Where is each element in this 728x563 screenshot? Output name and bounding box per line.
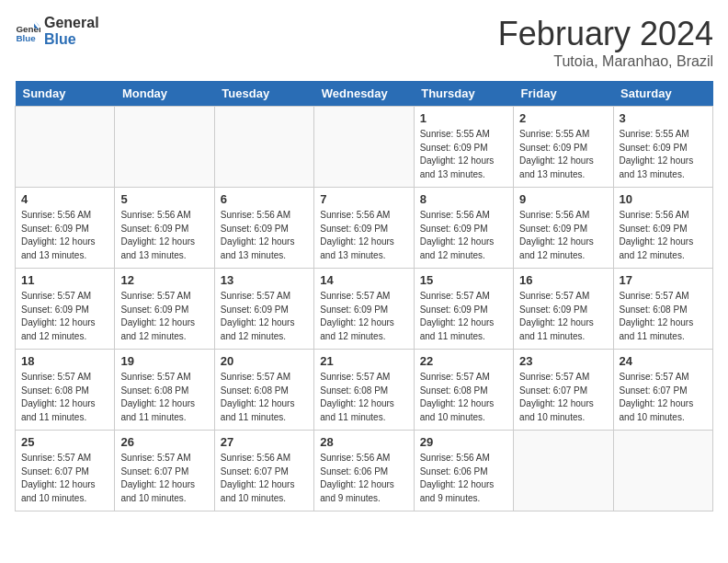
day-cell: 15Sunrise: 5:57 AM Sunset: 6:09 PM Dayli…: [414, 269, 513, 350]
day-info: Sunrise: 5:57 AM Sunset: 6:09 PM Dayligh…: [320, 290, 407, 343]
logo-blue: Blue: [44, 31, 99, 48]
day-cell: [314, 107, 414, 188]
day-cell: 24Sunrise: 5:57 AM Sunset: 6:07 PM Dayli…: [613, 350, 712, 431]
day-cell: [16, 107, 115, 188]
day-info: Sunrise: 5:57 AM Sunset: 6:07 PM Dayligh…: [519, 371, 607, 424]
day-info: Sunrise: 5:57 AM Sunset: 6:09 PM Dayligh…: [519, 290, 607, 343]
day-number: 6: [221, 192, 308, 206]
day-cell: 10Sunrise: 5:56 AM Sunset: 6:09 PM Dayli…: [613, 188, 712, 269]
day-info: Sunrise: 5:57 AM Sunset: 6:08 PM Dayligh…: [21, 371, 108, 424]
day-number: 14: [320, 273, 407, 287]
day-number: 8: [420, 192, 507, 206]
day-info: Sunrise: 5:55 AM Sunset: 6:09 PM Dayligh…: [420, 128, 507, 181]
day-info: Sunrise: 5:57 AM Sunset: 6:07 PM Dayligh…: [620, 371, 707, 424]
day-number: 25: [21, 435, 108, 449]
day-info: Sunrise: 5:57 AM Sunset: 6:08 PM Dayligh…: [320, 371, 407, 424]
day-number: 10: [620, 192, 707, 206]
day-cell: 20Sunrise: 5:57 AM Sunset: 6:08 PM Dayli…: [214, 350, 313, 431]
title-area: February 2024 Tutoia, Maranhao, Brazil: [498, 15, 713, 70]
day-cell: 29Sunrise: 5:56 AM Sunset: 6:06 PM Dayli…: [414, 431, 513, 511]
day-cell: 19Sunrise: 5:57 AM Sunset: 6:08 PM Dayli…: [115, 350, 214, 431]
day-cell: [214, 107, 313, 188]
day-cell: 28Sunrise: 5:56 AM Sunset: 6:06 PM Dayli…: [314, 431, 414, 511]
day-cell: 12Sunrise: 5:57 AM Sunset: 6:09 PM Dayli…: [115, 269, 214, 350]
day-cell: 5Sunrise: 5:56 AM Sunset: 6:09 PM Daylig…: [115, 188, 214, 269]
header-wednesday: Wednesday: [314, 81, 414, 107]
day-number: 2: [519, 111, 607, 125]
day-number: 11: [21, 273, 108, 287]
day-number: 5: [120, 192, 208, 206]
page-subtitle: Tutoia, Maranhao, Brazil: [498, 53, 713, 70]
week-row-4: 18Sunrise: 5:57 AM Sunset: 6:08 PM Dayli…: [16, 350, 713, 431]
logo-icon: General Blue: [15, 18, 40, 44]
day-cell: 8Sunrise: 5:56 AM Sunset: 6:09 PM Daylig…: [414, 188, 513, 269]
day-number: 19: [120, 354, 208, 368]
day-cell: [115, 107, 214, 188]
day-number: 7: [320, 192, 407, 206]
week-row-3: 11Sunrise: 5:57 AM Sunset: 6:09 PM Dayli…: [16, 269, 713, 350]
day-number: 9: [519, 192, 607, 206]
day-cell: 2Sunrise: 5:55 AM Sunset: 6:09 PM Daylig…: [514, 107, 613, 188]
day-number: 29: [420, 435, 507, 449]
day-info: Sunrise: 5:57 AM Sunset: 6:08 PM Dayligh…: [120, 371, 208, 424]
day-number: 21: [320, 354, 407, 368]
week-row-2: 4Sunrise: 5:56 AM Sunset: 6:09 PM Daylig…: [16, 188, 713, 269]
day-number: 12: [120, 273, 208, 287]
header-row: SundayMondayTuesdayWednesdayThursdayFrid…: [16, 81, 713, 107]
logo-general: General: [44, 15, 99, 31]
day-info: Sunrise: 5:57 AM Sunset: 6:08 PM Dayligh…: [221, 371, 308, 424]
day-cell: 23Sunrise: 5:57 AM Sunset: 6:07 PM Dayli…: [514, 350, 613, 431]
page-header: General Blue General Blue February 2024 …: [15, 15, 713, 70]
day-number: 27: [221, 435, 308, 449]
day-cell: 18Sunrise: 5:57 AM Sunset: 6:08 PM Dayli…: [16, 350, 115, 431]
day-number: 1: [420, 111, 507, 125]
day-cell: 21Sunrise: 5:57 AM Sunset: 6:08 PM Dayli…: [314, 350, 414, 431]
day-info: Sunrise: 5:57 AM Sunset: 6:09 PM Dayligh…: [221, 290, 308, 343]
header-friday: Friday: [514, 81, 613, 107]
day-number: 13: [221, 273, 308, 287]
header-monday: Monday: [115, 81, 214, 107]
day-number: 3: [620, 111, 707, 125]
day-info: Sunrise: 5:57 AM Sunset: 6:07 PM Dayligh…: [21, 452, 108, 505]
day-cell: 22Sunrise: 5:57 AM Sunset: 6:08 PM Dayli…: [414, 350, 513, 431]
page-title: February 2024: [498, 15, 713, 53]
day-cell: [613, 431, 712, 511]
header-sunday: Sunday: [16, 81, 115, 107]
day-number: 18: [21, 354, 108, 368]
day-info: Sunrise: 5:56 AM Sunset: 6:07 PM Dayligh…: [221, 452, 308, 505]
day-number: 17: [620, 273, 707, 287]
week-row-1: 1Sunrise: 5:55 AM Sunset: 6:09 PM Daylig…: [16, 107, 713, 188]
day-cell: 14Sunrise: 5:57 AM Sunset: 6:09 PM Dayli…: [314, 269, 414, 350]
day-cell: 1Sunrise: 5:55 AM Sunset: 6:09 PM Daylig…: [414, 107, 513, 188]
logo: General Blue General Blue: [15, 15, 99, 47]
day-cell: 11Sunrise: 5:57 AM Sunset: 6:09 PM Dayli…: [16, 269, 115, 350]
day-number: 4: [21, 192, 108, 206]
day-cell: 13Sunrise: 5:57 AM Sunset: 6:09 PM Dayli…: [214, 269, 313, 350]
day-info: Sunrise: 5:57 AM Sunset: 6:09 PM Dayligh…: [120, 290, 208, 343]
day-cell: 9Sunrise: 5:56 AM Sunset: 6:09 PM Daylig…: [514, 188, 613, 269]
day-number: 24: [620, 354, 707, 368]
header-tuesday: Tuesday: [214, 81, 313, 107]
header-thursday: Thursday: [414, 81, 513, 107]
day-cell: 3Sunrise: 5:55 AM Sunset: 6:09 PM Daylig…: [613, 107, 712, 188]
header-saturday: Saturday: [613, 81, 712, 107]
day-number: 23: [519, 354, 607, 368]
day-cell: 16Sunrise: 5:57 AM Sunset: 6:09 PM Dayli…: [514, 269, 613, 350]
day-number: 28: [320, 435, 407, 449]
day-info: Sunrise: 5:56 AM Sunset: 6:09 PM Dayligh…: [221, 209, 308, 262]
day-info: Sunrise: 5:56 AM Sunset: 6:09 PM Dayligh…: [320, 209, 407, 262]
day-info: Sunrise: 5:56 AM Sunset: 6:06 PM Dayligh…: [420, 452, 507, 505]
day-info: Sunrise: 5:56 AM Sunset: 6:06 PM Dayligh…: [320, 452, 407, 505]
day-number: 22: [420, 354, 507, 368]
calendar-table: SundayMondayTuesdayWednesdayThursdayFrid…: [15, 81, 713, 511]
day-cell: 25Sunrise: 5:57 AM Sunset: 6:07 PM Dayli…: [16, 431, 115, 511]
day-info: Sunrise: 5:56 AM Sunset: 6:09 PM Dayligh…: [120, 209, 208, 262]
day-cell: 27Sunrise: 5:56 AM Sunset: 6:07 PM Dayli…: [214, 431, 313, 511]
day-info: Sunrise: 5:55 AM Sunset: 6:09 PM Dayligh…: [620, 128, 707, 181]
day-info: Sunrise: 5:57 AM Sunset: 6:08 PM Dayligh…: [620, 290, 707, 343]
day-info: Sunrise: 5:56 AM Sunset: 6:09 PM Dayligh…: [21, 209, 108, 262]
day-info: Sunrise: 5:55 AM Sunset: 6:09 PM Dayligh…: [519, 128, 607, 181]
day-info: Sunrise: 5:56 AM Sunset: 6:09 PM Dayligh…: [420, 209, 507, 262]
day-info: Sunrise: 5:56 AM Sunset: 6:09 PM Dayligh…: [620, 209, 707, 262]
day-info: Sunrise: 5:57 AM Sunset: 6:09 PM Dayligh…: [420, 290, 507, 343]
